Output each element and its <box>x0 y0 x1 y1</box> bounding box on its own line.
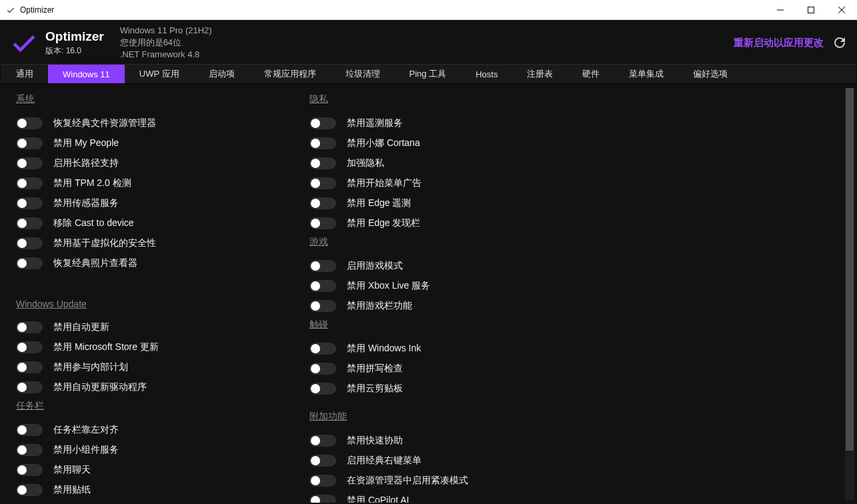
tab-apps[interactable]: 常规应用程序 <box>249 65 331 83</box>
system-row-1: 禁用 My People <box>16 133 309 153</box>
wu-row-0-toggle[interactable] <box>16 321 43 333</box>
privacy-row-1-toggle[interactable] <box>309 137 336 149</box>
gaming-row-2-toggle[interactable] <box>309 300 336 312</box>
system-row-3: 禁用 TPM 2.0 检测 <box>16 173 309 193</box>
tab-bar: 通用Windows 11UWP 应用启动项常规应用程序垃圾清理Ping 工具Ho… <box>1 64 856 84</box>
wu-row-2-toggle[interactable] <box>16 361 43 373</box>
tab-hosts[interactable]: Hosts <box>461 65 512 83</box>
wu-row-1-toggle[interactable] <box>16 341 43 353</box>
system-row-0: 恢复经典文件资源管理器 <box>16 113 309 133</box>
extras-row-1-label: 启用经典右键菜单 <box>347 455 421 467</box>
privacy-row-5: 禁用 Edge 发现栏 <box>309 213 603 233</box>
taskbar-row-0: 任务栏靠左对齐 <box>16 420 309 440</box>
extras-row-1-toggle[interactable] <box>309 455 336 467</box>
taskbar-row-2-label: 禁用聊天 <box>53 464 91 476</box>
system-row-7-toggle[interactable] <box>16 257 43 269</box>
touch-row-0-toggle[interactable] <box>309 343 336 355</box>
system-row-1-label: 禁用 My People <box>53 137 119 149</box>
app-logo-icon <box>8 27 40 59</box>
system-row-0-toggle[interactable] <box>16 117 43 129</box>
touch-row-1-toggle[interactable] <box>309 363 336 375</box>
wu-row-1: 禁用 Microsoft Store 更新 <box>16 337 309 357</box>
group-gaming[interactable]: 游戏 <box>309 236 603 248</box>
taskbar-row-3: 禁用贴纸 <box>16 480 309 500</box>
touch-row-1-label: 禁用拼写检查 <box>347 363 403 375</box>
refresh-icon[interactable] <box>830 33 849 52</box>
privacy-row-5-toggle[interactable] <box>309 217 336 229</box>
wu-row-1-label: 禁用 Microsoft Store 更新 <box>53 341 159 353</box>
tab-uwp[interactable]: UWP 应用 <box>125 65 194 83</box>
wu-row-2: 禁用参与内部计划 <box>16 357 309 377</box>
system-row-3-toggle[interactable] <box>16 177 43 189</box>
minimize-button[interactable] <box>765 0 796 20</box>
close-button[interactable] <box>826 0 857 20</box>
wu-row-3-label: 禁用自动更新驱动程序 <box>53 381 147 393</box>
gaming-row-0-toggle[interactable] <box>309 260 336 272</box>
app-title-block: Optimizer 版本: 16.0 <box>45 29 104 57</box>
gaming-row-1-toggle[interactable] <box>309 280 336 292</box>
wu-row-3-toggle[interactable] <box>16 381 43 393</box>
privacy-row-2-toggle[interactable] <box>309 157 336 169</box>
group-privacy[interactable]: 隐私 <box>309 93 603 105</box>
group-touch[interactable]: 触碰 <box>309 319 603 331</box>
group-system[interactable]: 系统 <box>16 93 309 105</box>
tab-cleaner[interactable]: 垃圾清理 <box>331 65 395 83</box>
extras-row-0-label: 禁用快速协助 <box>347 435 403 447</box>
privacy-row-4-toggle[interactable] <box>309 197 336 209</box>
tab-ping[interactable]: Ping 工具 <box>395 65 462 83</box>
scrollbar-thumb[interactable] <box>846 88 854 451</box>
app-frame: Optimizer 版本: 16.0 Windows 11 Pro (21H2)… <box>0 20 857 504</box>
extras-row-0-toggle[interactable] <box>309 435 336 447</box>
wu-row-0-label: 禁用自动更新 <box>53 321 109 333</box>
extras-row-2-label: 在资源管理器中启用紧凑模式 <box>347 475 468 487</box>
tab-hardware[interactable]: 硬件 <box>568 65 614 83</box>
system-row-6-toggle[interactable] <box>16 237 43 249</box>
gaming-row-2: 禁用游戏栏功能 <box>309 296 603 316</box>
restart-notice[interactable]: 重新启动以应用更改 <box>734 37 824 49</box>
privacy-row-0-toggle[interactable] <box>309 117 336 129</box>
taskbar-row-0-label: 任务栏靠左对齐 <box>53 424 119 436</box>
touch-row-2-toggle[interactable] <box>309 383 336 395</box>
wu-row-0: 禁用自动更新 <box>16 317 309 337</box>
gaming-row-0: 启用游戏模式 <box>309 256 603 276</box>
privacy-row-2: 加强隐私 <box>309 153 603 173</box>
privacy-row-0: 禁用遥测服务 <box>309 113 603 133</box>
tab-startup[interactable]: 启动项 <box>194 65 249 83</box>
gaming-row-1-label: 禁用 Xbox Live 服务 <box>347 280 430 292</box>
tab-win11[interactable]: Windows 11 <box>48 65 125 83</box>
svg-rect-1 <box>808 7 814 13</box>
group-taskbar[interactable]: 任务栏 <box>16 400 309 412</box>
system-row-6: 禁用基于虚拟化的安全性 <box>16 233 309 253</box>
privacy-row-3-toggle[interactable] <box>309 177 336 189</box>
vertical-scrollbar[interactable] <box>845 88 854 500</box>
extras-row-2-toggle[interactable] <box>309 475 336 487</box>
extras-row-3-toggle[interactable] <box>309 495 336 503</box>
system-row-4-toggle[interactable] <box>16 197 43 209</box>
column-left: 系统恢复经典文件资源管理器禁用 My People启用长路径支持禁用 TPM 2… <box>16 93 309 493</box>
system-row-2-toggle[interactable] <box>16 157 43 169</box>
extras-row-3: 禁用 CoPilot AI <box>309 491 603 503</box>
group-windows-update[interactable]: Windows Update <box>16 299 309 309</box>
privacy-row-1: 禁用小娜 Cortana <box>309 133 603 153</box>
system-row-7: 恢复经典照片查看器 <box>16 253 309 273</box>
system-row-5-toggle[interactable] <box>16 217 43 229</box>
app-name: Optimizer <box>45 29 104 44</box>
titlebar: Optimizer <box>0 0 857 20</box>
system-row-7-label: 恢复经典照片查看器 <box>53 257 137 269</box>
system-row-1-toggle[interactable] <box>16 137 43 149</box>
window-title: Optimizer <box>20 5 765 15</box>
taskbar-row-2: 禁用聊天 <box>16 460 309 480</box>
system-row-4: 禁用传感器服务 <box>16 193 309 213</box>
tab-registry[interactable]: 注册表 <box>512 65 568 83</box>
tab-general[interactable]: 通用 <box>1 65 48 83</box>
taskbar-row-2-toggle[interactable] <box>16 464 43 476</box>
taskbar-row-1-toggle[interactable] <box>16 444 43 456</box>
privacy-row-1-label: 禁用小娜 Cortana <box>347 137 420 149</box>
group-extras[interactable]: 附加功能 <box>309 411 603 423</box>
tab-prefs[interactable]: 偏好选项 <box>678 65 742 83</box>
taskbar-row-3-toggle[interactable] <box>16 484 43 496</box>
maximize-button[interactable] <box>796 0 826 20</box>
tab-menu[interactable]: 菜单集成 <box>614 65 678 83</box>
taskbar-row-0-toggle[interactable] <box>16 424 43 436</box>
touch-row-1: 禁用拼写检查 <box>309 359 603 379</box>
